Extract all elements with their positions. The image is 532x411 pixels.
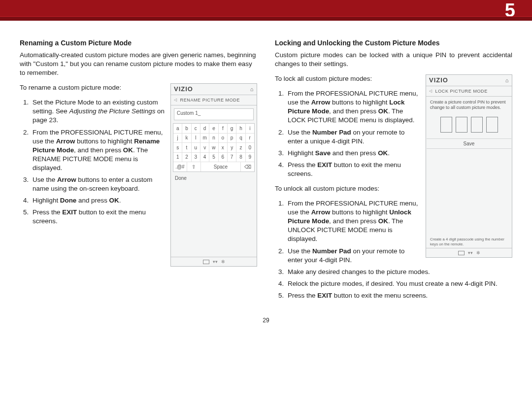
keyboard-key: e: [209, 124, 218, 134]
keyboard-key: v: [200, 143, 209, 153]
save-button-label: Save: [427, 138, 511, 149]
back-icon: ◁: [174, 98, 177, 103]
pin-digit: [440, 117, 452, 133]
keyboard-key: j: [173, 134, 182, 143]
screen-title: RENAME PICTURE MODE: [180, 97, 240, 103]
device-lock-screenshot: VIZIO ⌂ ◁ LOCK PICTURE MODE Create a pic…: [426, 74, 512, 258]
lock-message: Create a picture control PIN to prevent …: [426, 97, 512, 114]
keyboard-key: s: [173, 143, 182, 153]
unlock-step-3: Make any desired changes to the picture …: [286, 268, 512, 276]
keyboard-key: 9: [246, 153, 254, 163]
keyboard-key: u: [192, 143, 200, 153]
keyboard-key: n: [209, 134, 218, 143]
pin-input-row: [426, 117, 512, 133]
intro-lock: Custom picture modes can be locked with …: [275, 51, 512, 68]
keyboard-key: l: [192, 134, 200, 143]
pin-digit: [486, 117, 498, 133]
heading-lock: Locking and Unlocking the Custom Picture…: [275, 38, 512, 48]
keyboard-key: p: [228, 134, 236, 143]
passcode-note: Create a 4 digit passcode using the numb…: [430, 237, 508, 246]
heading-rename: Renaming a Custom Picture Mode: [20, 38, 257, 48]
keyboard-key: x: [219, 143, 228, 153]
page-number: 29: [0, 310, 532, 324]
home-icon: ⌂: [505, 77, 509, 84]
keyboard-key: y: [228, 143, 236, 153]
keyboard-key: o: [219, 134, 228, 143]
keyboard-key: d: [200, 124, 209, 134]
keyboard-done: Done: [171, 172, 257, 185]
keyboard-key: 7: [228, 153, 236, 163]
page-body: Renaming a Custom Picture Mode Automatic…: [0, 21, 532, 310]
keyboard-key: w: [209, 143, 218, 153]
keyboard-key: 0: [246, 143, 254, 153]
keyboard-key: 1: [173, 153, 182, 163]
cc-icon: ▾▾: [468, 250, 473, 256]
device-footer-icons: ▾▾ ✻: [171, 257, 257, 266]
keyboard-key: f: [219, 124, 228, 134]
keyboard-key: 2: [182, 153, 191, 163]
keyboard-key: r: [246, 134, 254, 143]
keyboard-key: 6: [219, 153, 228, 163]
keyboard-key: g: [228, 124, 236, 134]
keyboard-key: h: [236, 124, 245, 134]
keyboard-key: i: [246, 124, 254, 134]
pin-digit: [456, 117, 467, 133]
device-footer-icons: ▾▾ ✻: [426, 248, 512, 257]
keyboard-key: Space: [201, 162, 241, 171]
vizio-logo: VIZIO: [174, 85, 250, 94]
keyboard-key: m: [200, 134, 209, 143]
vizio-logo: VIZIO: [429, 76, 505, 85]
keyboard-key: z: [236, 143, 245, 153]
keyboard-key: 8: [236, 153, 245, 163]
keyboard-key: k: [182, 134, 191, 143]
gear-icon: ✻: [221, 259, 225, 265]
cc-icon: ▾▾: [213, 259, 218, 265]
home-icon: ⌂: [250, 86, 254, 93]
unlock-step-5: Press the EXIT button to exit the menu s…: [286, 291, 512, 300]
screen-title: LOCK PICTURE MODE: [435, 88, 488, 94]
name-input: Custom 1_: [174, 108, 254, 120]
keyboard-key: 5: [209, 153, 218, 163]
intro-rename: Automatically-created custom picture mod…: [20, 51, 257, 77]
gear-icon: ✻: [476, 250, 480, 256]
keyboard-key: q: [236, 134, 245, 143]
left-column: Renaming a Custom Picture Mode Automatic…: [20, 38, 257, 306]
keyboard-key: ⌫: [241, 162, 254, 171]
wide-icon: [203, 260, 209, 264]
on-screen-keyboard: abcdefghi jklmnopqr stuvwxyz0 123456789 …: [173, 123, 255, 172]
keyboard-key: ⇧: [187, 162, 201, 171]
keyboard-key: c: [192, 124, 200, 134]
pin-digit: [471, 117, 483, 133]
unlock-step-4: Relock the picture modes, if desired. Yo…: [286, 279, 512, 288]
wide-icon: [458, 251, 465, 255]
keyboard-key: t: [182, 143, 191, 153]
keyboard-key: 3: [192, 153, 200, 163]
keyboard-key: b: [182, 124, 191, 134]
keyboard-key: .@#: [173, 162, 187, 171]
chapter-band: 5: [0, 0, 532, 21]
back-icon: ◁: [429, 89, 432, 94]
keyboard-key: a: [173, 124, 182, 134]
keyboard-key: 4: [200, 153, 209, 163]
device-rename-screenshot: VIZIO ⌂ ◁ RENAME PICTURE MODE Custom 1_ …: [170, 83, 257, 267]
right-column: Locking and Unlocking the Custom Picture…: [275, 38, 512, 306]
